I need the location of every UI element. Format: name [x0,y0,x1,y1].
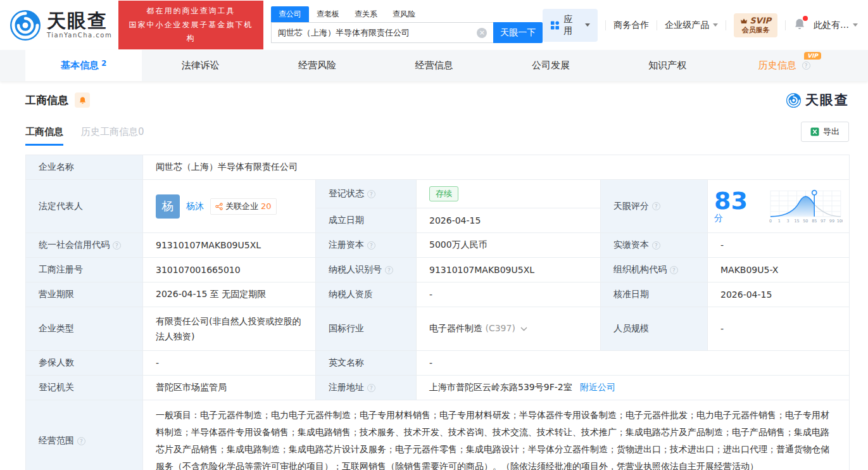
svg-text:97: 97 [821,218,826,223]
tianyancha-logo-icon [9,9,42,42]
table-row: 企业类型 有限责任公司(非自然人投资或控股的法人独资) 国标行业 电子器件制造 … [26,307,850,351]
legal-rep-link[interactable]: 杨沐 [186,201,204,212]
field-label: 经营范围 [39,435,74,447]
user-menu[interactable]: 此处有… [814,20,858,31]
notification-dot [803,16,808,21]
score-distribution-chart: 0 1 3 15 50 85 97 99 100 [766,188,843,225]
brand-name: 天眼查 [47,11,112,30]
table-row: 参保人数 - 英文名称 - [26,351,850,376]
svg-text:85: 85 [812,218,817,223]
help-icon[interactable]: ? [367,190,375,198]
field-label: 英文名称 [316,351,417,376]
english-name-value: - [417,351,850,376]
chevron-down-icon [853,23,858,27]
search-tab-risk[interactable]: 查风险 [385,6,423,22]
bell-icon [79,96,87,105]
apps-menu[interactable]: 应用 [543,9,598,42]
credit-code-value: 91310107MAKB09U5XL [143,233,316,258]
field-label: 参保人数 [26,351,143,376]
score-unit: 分 [714,213,723,223]
approval-date-value: 2026-04-15 [708,283,850,307]
chevron-down-icon [585,23,590,27]
top-header: 天眼查 TianYanCha.com 都在用的商业查询工具 国家中小企业发展子基… [0,0,868,50]
brand-slogan: 都在用的商业查询工具 国家中小企业发展子基金旗下机构 [118,1,263,49]
avatar[interactable]: 杨 [156,194,180,219]
table-row: 经营范围? 一般项目：电子元器件制造；电力电子元器件制造；电子专用材料销售；电子… [26,400,850,470]
help-icon[interactable]: ? [367,384,375,392]
svg-text:3: 3 [787,218,789,223]
tab-legal-litigation[interactable]: 法律诉讼 [142,50,258,81]
search-input-value: 闻世芯（上海）半导体有限责任公司 [278,27,477,39]
chevron-down-icon [713,23,718,27]
subtab-business-info[interactable]: 工商信息 [25,126,63,146]
field-label: 组织机构代码 [613,264,667,276]
crown-icon [740,18,748,24]
business-info-section: 工商信息 天眼查 工商信息 历史工商信息0 导出 [0,91,868,470]
nearby-companies-link[interactable]: 附近公司 [580,382,615,392]
help-icon[interactable]: ? [385,266,393,274]
authority-value: 普陀区市场监管局 [143,376,316,400]
field-label: 天眼评分 [613,201,649,212]
tab-count: 2 [101,59,106,68]
company-nav-tabs: 基本信息 2 法律诉讼 经营风险 经营信息 公司发展 知识产权 VIP 历史信息… [0,50,868,81]
reg-number-value: 310107001665010 [143,258,316,283]
tab-intellectual-property[interactable]: 知识产权 [609,50,726,81]
search-input[interactable]: 闻世芯（上海）半导体有限责任公司 × [271,22,493,43]
related-companies-badge[interactable]: 关联企业 20 [210,198,277,215]
help-icon[interactable]: ? [652,202,660,210]
apps-grid-icon [550,20,560,30]
field-label: 纳税人识别号 [329,264,382,276]
table-row: 登记机关 普陀区市场监管局 注册地址? 上海市普陀区云岭东路539号9F-2室 … [26,376,850,400]
field-label: 注册地址 [329,382,364,393]
field-label: 企业名称 [26,155,143,180]
tab-basic-info[interactable]: 基本信息 2 [25,50,142,81]
field-label: 国标行业 [316,307,417,351]
field-label: 工商注册号 [26,258,143,283]
svg-text:99: 99 [829,218,834,223]
search-tab-boss[interactable]: 查老板 [309,6,347,22]
divider [605,20,606,30]
search-tab-relation[interactable]: 查关系 [347,6,385,22]
menu-enterprise-product[interactable]: 企业级产品 [665,20,718,31]
established-date: 2026-04-15 [417,208,601,233]
tianyancha-logo[interactable]: 天眼查 TianYanCha.com [9,9,112,42]
chevron-down-icon[interactable] [520,323,527,333]
svip-member-service[interactable]: SVIP 会员服务 [734,13,777,37]
reg-capital-value: 5000万人民币 [417,233,601,258]
help-icon[interactable]: ? [652,241,660,250]
company-type-value: 有限责任公司(非自然人投资或控股的法人独资) [143,307,316,351]
menu-business-cooperation[interactable]: 商务合作 [613,20,649,31]
svg-text:100: 100 [837,218,843,223]
tianyan-score[interactable]: 83分 [714,188,843,225]
search-tab-company[interactable]: 查公司 [271,6,309,22]
business-info-table: 企业名称 闻世芯（上海）半导体有限责任公司 法定代表人 杨 杨沐 [25,155,850,470]
org-code-value: MAKB09U5-X [708,258,850,283]
svg-text:1: 1 [778,218,781,223]
export-button[interactable]: 导出 [801,122,849,142]
tab-company-development[interactable]: 公司发展 [493,50,609,81]
subtab-history-business-info[interactable]: 历史工商信息0 [81,126,144,146]
search-button[interactable]: 天眼一下 [493,22,543,43]
tab-operation-info[interactable]: 经营信息 [375,50,492,81]
clear-icon[interactable]: × [477,28,487,38]
tab-operation-risk[interactable]: 经营风险 [259,50,375,81]
apps-label: 应用 [563,14,580,37]
help-icon[interactable]: ? [802,61,810,70]
field-label: 企业类型 [26,307,143,351]
business-scope-value: 一般项目：电子元器件制造；电力电子元器件制造；电子专用材料销售；电子专用材料研发… [143,400,850,470]
excel-icon [810,127,819,136]
help-icon[interactable]: ? [670,266,678,274]
table-row: 营业期限 2026-04-15 至 无固定期限 纳税人资质 - 核准日期 202… [26,283,850,307]
business-term-value: 2026-04-15 至 无固定期限 [143,283,316,307]
tab-history-info[interactable]: VIP 历史信息 ? [726,50,843,81]
help-icon[interactable]: ? [77,437,85,445]
notification-bell[interactable] [793,18,806,33]
help-icon[interactable]: ? [367,241,375,250]
insured-count-value: - [143,351,316,376]
field-label: 人员规模 [601,307,708,351]
subscribe-bell-button[interactable] [75,92,90,108]
taxpayer-quality-value: - [417,283,601,307]
company-name-value: 闻世芯（上海）半导体有限责任公司 [143,155,850,180]
field-label: 法定代表人 [26,180,143,233]
help-icon[interactable]: ? [113,241,121,250]
